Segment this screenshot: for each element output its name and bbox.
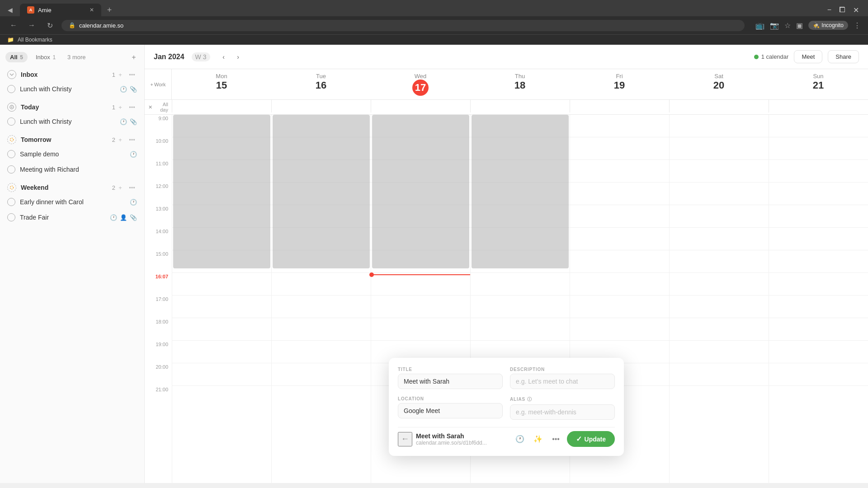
back-button[interactable]: ← xyxy=(7,19,20,32)
reload-button[interactable]: ↻ xyxy=(43,19,56,32)
time-label-17: 17:00 xyxy=(145,296,172,318)
popup-update-button[interactable]: ✓ Update xyxy=(567,431,615,447)
popup-location-input[interactable] xyxy=(398,403,503,418)
tomorrow-title: Tomorrow xyxy=(21,136,110,143)
event-edit-popup: TITLE DESCRIPTION LOCATION xyxy=(389,358,624,456)
clock-icon[interactable]: 🕐 xyxy=(120,118,127,125)
close-button[interactable]: ✕ xyxy=(853,6,859,14)
tab-history-back[interactable]: ◀ xyxy=(4,4,16,16)
screen-cast-icon[interactable]: 📺 xyxy=(755,21,764,30)
task-checkbox[interactable] xyxy=(7,165,15,174)
next-week-button[interactable]: › xyxy=(232,51,245,63)
tomorrow-more-button[interactable]: ••• xyxy=(127,135,137,145)
sidebar-tab-inbox[interactable]: Inbox 1 xyxy=(31,52,60,62)
day-col-sun[interactable] xyxy=(769,115,868,483)
bookmarks-bar: 📁 All Bookmarks xyxy=(0,34,868,45)
new-tab-button[interactable]: + xyxy=(103,4,116,16)
event-block-mon[interactable] xyxy=(173,115,270,268)
bookmarks-folder-icon: 📁 xyxy=(7,37,14,43)
task-meta: 🕐 xyxy=(130,199,137,206)
weekend-add-button[interactable]: + xyxy=(115,183,125,192)
star-icon[interactable]: ☆ xyxy=(784,21,791,30)
calendar-grid: + Work Mon 15 Tue 16 Wed 17 xyxy=(145,69,868,483)
sidebar-section-inbox: Inbox 1 + ••• Lunch with Christy 🕐 📎 xyxy=(0,66,144,97)
event-block-thu[interactable] xyxy=(472,115,569,268)
meet-button[interactable]: Meet xyxy=(794,50,822,63)
time-label-20: 20:00 xyxy=(145,363,172,386)
clock-icon[interactable]: 🕐 xyxy=(110,214,117,221)
tomorrow-add-button[interactable]: + xyxy=(115,135,125,145)
sidebar-section-header-inbox: Inbox 1 + ••• xyxy=(0,66,144,81)
day-col-mon[interactable] xyxy=(172,115,271,483)
weekend-more-button[interactable]: ••• xyxy=(127,183,137,192)
popup-sparkle-button[interactable]: ✨ xyxy=(531,432,545,446)
tab-back-forward: ◀ xyxy=(4,4,16,16)
sidebar-add-all-button[interactable]: + xyxy=(129,52,139,62)
task-item-sample-demo[interactable]: Sample demo 🕐 xyxy=(0,146,144,162)
allday-cell-sun[interactable] xyxy=(769,100,868,113)
attachment-icon[interactable]: 📎 xyxy=(130,214,137,221)
today-add-button[interactable]: + xyxy=(115,102,125,112)
maximize-button[interactable]: ⧠ xyxy=(839,6,846,14)
person-icon[interactable]: 👤 xyxy=(120,214,127,221)
task-item-lunch-christy-inbox[interactable]: Lunch with Christy 🕐 📎 xyxy=(0,81,144,97)
task-checkbox[interactable] xyxy=(7,198,15,206)
camera-icon[interactable]: 📷 xyxy=(770,21,779,30)
inbox-add-button[interactable]: + xyxy=(115,70,125,80)
day-col-tue[interactable] xyxy=(271,115,371,483)
allday-cell-fri[interactable] xyxy=(570,100,669,113)
task-name: Lunch with Christy xyxy=(20,85,120,93)
calendar-header: Jan 2024 W 3 ‹ › 1 calendar Meet Share xyxy=(145,45,868,69)
task-checkbox[interactable] xyxy=(7,85,15,93)
sidebar-toggle-icon[interactable]: ▣ xyxy=(796,21,803,30)
task-item-early-dinner-carol[interactable]: Early dinner with Carol 🕐 xyxy=(0,194,144,210)
today-more-button[interactable]: ••• xyxy=(127,102,137,112)
allday-cell-wed[interactable] xyxy=(371,100,470,113)
time-labels: 9:00 10:00 11:00 12:00 13:00 14:00 15:00… xyxy=(145,115,172,483)
attachment-icon[interactable]: 📎 xyxy=(130,86,137,93)
incognito-button[interactable]: 🕵 Incognito xyxy=(808,21,848,30)
share-button[interactable]: Share xyxy=(828,50,859,63)
work-label: + Work xyxy=(145,69,172,99)
task-item-lunch-christy-today[interactable]: Lunch with Christy 🕐 📎 xyxy=(0,114,144,129)
prev-week-button[interactable]: ‹ xyxy=(217,51,230,63)
sidebar-tab-all[interactable]: All 5 xyxy=(5,52,28,62)
forward-button[interactable]: → xyxy=(25,19,38,32)
inbox-more-button[interactable]: ••• xyxy=(127,70,137,80)
sidebar-tab-more[interactable]: 3 more xyxy=(64,52,89,62)
clock-icon[interactable]: 🕐 xyxy=(130,199,137,206)
popup-alias-input[interactable] xyxy=(510,404,615,420)
popup-description-input[interactable] xyxy=(510,374,615,389)
day-col-sat[interactable] xyxy=(669,115,769,483)
clock-icon[interactable]: 🕐 xyxy=(120,86,127,93)
incognito-icon: 🕵 xyxy=(813,22,820,28)
allday-cell-tue[interactable] xyxy=(271,100,371,113)
popup-title-input[interactable] xyxy=(398,374,503,389)
weekend-icon xyxy=(7,183,16,192)
task-name: Lunch with Christy xyxy=(20,118,120,125)
popup-back-button[interactable]: ← xyxy=(398,432,412,446)
task-checkbox[interactable] xyxy=(7,117,15,126)
task-checkbox[interactable] xyxy=(7,213,15,221)
popup-more-button[interactable]: ••• xyxy=(549,432,563,446)
minimize-button[interactable]: − xyxy=(827,6,831,14)
task-item-meeting-richard[interactable]: Meeting with Richard xyxy=(0,162,144,177)
more-options-icon[interactable]: ⋮ xyxy=(854,21,861,30)
allday-cell-thu[interactable] xyxy=(470,100,570,113)
active-tab[interactable]: A Amie ✕ xyxy=(20,4,101,16)
event-block-wed[interactable] xyxy=(372,115,469,268)
tab-bar: ◀ A Amie ✕ + − ⧠ ✕ xyxy=(0,0,868,16)
popup-clock-button[interactable]: 🕐 xyxy=(513,432,527,446)
clock-icon[interactable]: 🕐 xyxy=(130,151,137,158)
bookmarks-folder-label[interactable]: All Bookmarks xyxy=(18,37,52,43)
attachment-icon[interactable]: 📎 xyxy=(130,118,137,125)
allday-cell-sat[interactable] xyxy=(669,100,769,113)
allday-close-icon[interactable]: ✕ xyxy=(148,104,152,110)
task-checkbox[interactable] xyxy=(7,150,15,158)
event-block-tue[interactable] xyxy=(273,115,370,268)
allday-cell-mon[interactable] xyxy=(172,100,271,113)
url-bar[interactable]: 🔒 calendar.amie.so xyxy=(61,20,745,31)
time-label-18: 18:00 xyxy=(145,318,172,341)
tab-close-button[interactable]: ✕ xyxy=(90,7,94,13)
task-item-trade-fair[interactable]: Trade Fair 🕐 👤 📎 xyxy=(0,210,144,225)
